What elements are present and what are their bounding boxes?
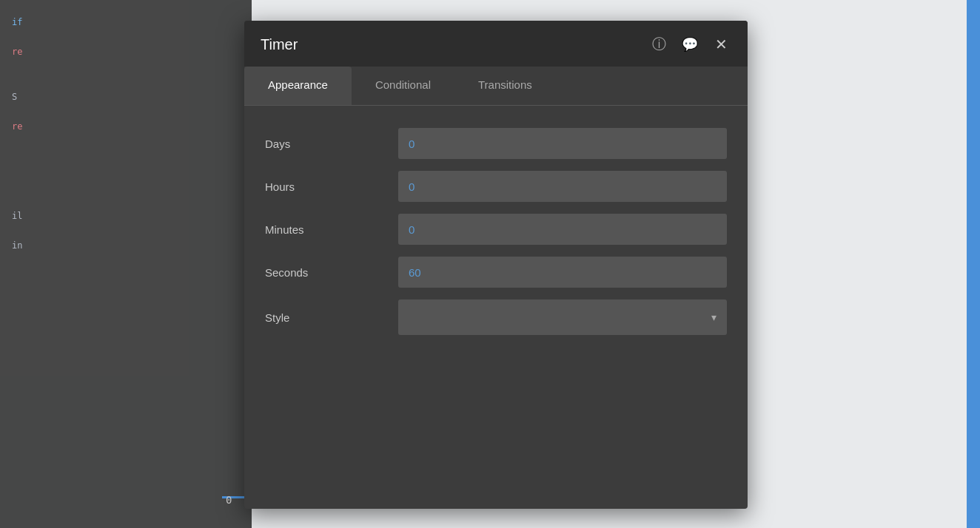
modal-body: Days Hours Minutes Seconds Style ▾ bbox=[244, 106, 748, 357]
hours-input[interactable] bbox=[398, 171, 727, 202]
bg-editor-panel: if re S re il in bbox=[0, 0, 252, 528]
seconds-row: Seconds bbox=[265, 257, 727, 288]
modal-header: Timer ⓘ 💬 ✕ bbox=[244, 21, 748, 67]
modal-title: Timer bbox=[261, 36, 298, 53]
days-label: Days bbox=[265, 138, 398, 150]
modal-icon-group: ⓘ 💬 ✕ bbox=[648, 34, 731, 55]
bg-number: 0 bbox=[226, 494, 232, 506]
close-button[interactable]: ✕ bbox=[711, 34, 731, 55]
seconds-input[interactable] bbox=[398, 257, 727, 288]
timer-modal: Timer ⓘ 💬 ✕ Appearance Conditional Trans… bbox=[244, 21, 748, 509]
days-row: Days bbox=[265, 128, 727, 159]
minutes-input[interactable] bbox=[398, 214, 727, 245]
style-dropdown[interactable]: ▾ bbox=[398, 299, 727, 335]
seconds-label: Seconds bbox=[265, 266, 398, 279]
comment-icon: 💬 bbox=[682, 36, 698, 53]
bg-blue-bar bbox=[967, 0, 980, 528]
modal-tabs: Appearance Conditional Transitions bbox=[244, 67, 748, 106]
style-row: Style ▾ bbox=[265, 299, 727, 335]
comment-button[interactable]: 💬 bbox=[679, 34, 700, 55]
tab-conditional[interactable]: Conditional bbox=[352, 67, 454, 105]
days-input[interactable] bbox=[398, 128, 727, 159]
style-label: Style bbox=[265, 311, 398, 324]
minutes-row: Minutes bbox=[265, 214, 727, 245]
info-icon: ⓘ bbox=[652, 35, 666, 54]
chevron-down-icon: ▾ bbox=[711, 311, 716, 323]
close-icon: ✕ bbox=[715, 35, 728, 53]
tab-transitions[interactable]: Transitions bbox=[454, 67, 556, 105]
hours-row: Hours bbox=[265, 171, 727, 202]
bg-editor-lines: if re S re il in bbox=[0, 0, 252, 268]
info-button[interactable]: ⓘ bbox=[648, 34, 669, 55]
minutes-label: Minutes bbox=[265, 223, 398, 236]
tab-appearance[interactable]: Appearance bbox=[244, 67, 352, 105]
hours-label: Hours bbox=[265, 180, 398, 193]
